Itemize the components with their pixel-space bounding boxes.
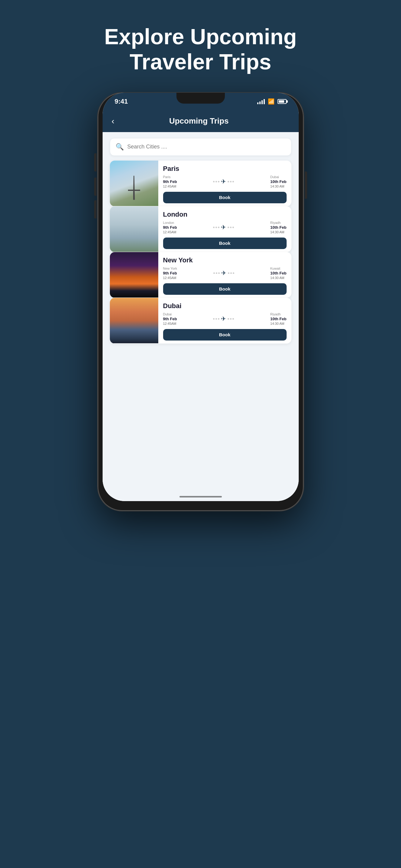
dot-6 bbox=[232, 181, 234, 182]
plane-icon: ✈ bbox=[221, 315, 226, 322]
search-input[interactable] bbox=[127, 144, 286, 150]
card-info: New York New York 9th Feb 12:45AM ✈ bbox=[158, 252, 292, 298]
city-name: London bbox=[163, 211, 287, 218]
route-from: Dubai 9th Feb 12:45AM bbox=[163, 312, 177, 326]
city-image bbox=[110, 161, 158, 206]
dot-1 bbox=[213, 227, 214, 228]
dot-4 bbox=[228, 272, 229, 274]
route-from: Paris 9th Feb 12:45AM bbox=[163, 175, 177, 188]
card-info: Dubai Dubai 9th Feb 12:45AM ✈ bbox=[158, 298, 292, 344]
city-name: Dubai bbox=[163, 302, 287, 310]
card-info: London London 9th Feb 12:45AM ✈ bbox=[158, 206, 292, 252]
dot-4 bbox=[228, 181, 229, 182]
route-to: Kuwait 10th Feb 14:30 AM bbox=[270, 267, 286, 280]
from-time: 12:45AM bbox=[163, 276, 177, 280]
page-headline: Explore Upcoming Traveler Trips bbox=[104, 24, 297, 74]
route-to: Riyadh 10th Feb 14:30 AM bbox=[270, 312, 286, 326]
dot-2 bbox=[215, 227, 217, 228]
dot-4 bbox=[228, 227, 229, 228]
signal-bars-icon bbox=[257, 99, 265, 104]
flight-route: Dubai 9th Feb 12:45AM ✈ bbox=[163, 312, 287, 326]
to-city-label: Kuwait bbox=[270, 267, 286, 270]
to-time: 14:30 AM bbox=[270, 276, 286, 280]
city-image bbox=[110, 252, 158, 298]
flight-route: Paris 9th Feb 12:45AM ✈ bbox=[163, 175, 287, 188]
wifi-icon: 📶 bbox=[268, 98, 274, 105]
battery-icon bbox=[277, 99, 287, 104]
to-city-label: Riyadh bbox=[270, 221, 286, 224]
flight-line: ✈ bbox=[177, 224, 270, 231]
flight-route: London 9th Feb 12:45AM ✈ bbox=[163, 221, 287, 234]
to-date: 10th Feb bbox=[270, 271, 286, 275]
phone-shell: 9:41 📶 ‹ Upcoming Trips 🔍 bbox=[98, 93, 304, 511]
book-button[interactable]: Book bbox=[163, 329, 287, 341]
trip-card: New York New York 9th Feb 12:45AM ✈ bbox=[110, 252, 292, 298]
from-date: 9th Feb bbox=[163, 317, 177, 321]
card-inner: Paris Paris 9th Feb 12:45AM ✈ bbox=[110, 161, 292, 206]
from-date: 9th Feb bbox=[163, 225, 177, 230]
flight-route: New York 9th Feb 12:45AM ✈ bbox=[163, 267, 287, 280]
trip-cards-list: Paris Paris 9th Feb 12:45AM ✈ bbox=[110, 161, 292, 344]
img-london-bg bbox=[110, 206, 158, 252]
city-image bbox=[110, 298, 158, 343]
from-time: 12:45AM bbox=[163, 322, 177, 326]
search-bar[interactable]: 🔍 bbox=[110, 138, 292, 156]
dot-3 bbox=[218, 272, 220, 274]
to-time: 14:30 AM bbox=[270, 230, 286, 234]
status-bar: 9:41 📶 bbox=[103, 93, 299, 110]
img-dubai-bg bbox=[110, 298, 158, 343]
plane-icon: ✈ bbox=[221, 224, 226, 231]
dot-6 bbox=[232, 318, 234, 320]
to-date: 10th Feb bbox=[270, 179, 286, 184]
book-button[interactable]: Book bbox=[163, 283, 287, 295]
to-city-label: Dubai bbox=[270, 175, 286, 179]
img-newyork-bg bbox=[110, 252, 158, 298]
to-date: 10th Feb bbox=[270, 317, 286, 321]
trip-card: London London 9th Feb 12:45AM ✈ bbox=[110, 206, 292, 252]
to-date: 10th Feb bbox=[270, 225, 286, 230]
dot-6 bbox=[232, 227, 234, 228]
flight-line: ✈ bbox=[177, 269, 270, 277]
dot-5 bbox=[230, 272, 232, 274]
trip-card: Paris Paris 9th Feb 12:45AM ✈ bbox=[110, 161, 292, 206]
book-button[interactable]: Book bbox=[163, 238, 287, 249]
status-time: 9:41 bbox=[115, 98, 128, 105]
dot-1 bbox=[213, 272, 215, 274]
screen: 9:41 📶 ‹ Upcoming Trips 🔍 bbox=[103, 93, 299, 501]
plane-icon: ✈ bbox=[221, 269, 226, 277]
flight-line: ✈ bbox=[177, 315, 270, 322]
card-inner: London London 9th Feb 12:45AM ✈ bbox=[110, 206, 292, 252]
to-city-label: Riyadh bbox=[270, 312, 286, 316]
to-time: 14:30 AM bbox=[270, 322, 286, 326]
content-area: 🔍 Paris Paris 9th Feb 12:45AM bbox=[103, 132, 299, 501]
book-button[interactable]: Book bbox=[163, 192, 287, 203]
screen-title: Upcoming Trips bbox=[121, 116, 277, 126]
dot-5 bbox=[230, 227, 232, 228]
city-name: New York bbox=[163, 256, 287, 264]
city-image bbox=[110, 206, 158, 252]
notch bbox=[176, 93, 225, 104]
plane-icon: ✈ bbox=[221, 178, 226, 185]
dot-3 bbox=[218, 227, 220, 228]
trip-card: Dubai Dubai 9th Feb 12:45AM ✈ bbox=[110, 298, 292, 344]
status-icons: 📶 bbox=[257, 98, 287, 105]
back-button[interactable]: ‹ bbox=[112, 116, 114, 126]
from-city-label: Dubai bbox=[163, 312, 177, 316]
card-inner: Dubai Dubai 9th Feb 12:45AM ✈ bbox=[110, 298, 292, 344]
from-city-label: London bbox=[163, 221, 177, 224]
dot-3 bbox=[218, 181, 220, 182]
dot-1 bbox=[213, 318, 214, 320]
home-indicator bbox=[179, 496, 222, 497]
from-time: 12:45AM bbox=[163, 230, 177, 234]
dot-5 bbox=[230, 318, 232, 320]
dot-2 bbox=[215, 318, 217, 320]
card-info: Paris Paris 9th Feb 12:45AM ✈ bbox=[158, 161, 292, 206]
dot-1 bbox=[213, 181, 214, 182]
from-time: 12:45AM bbox=[163, 185, 177, 188]
flight-line: ✈ bbox=[177, 178, 270, 185]
dot-6 bbox=[233, 272, 234, 274]
route-from: New York 9th Feb 12:45AM bbox=[163, 267, 177, 280]
from-city-label: New York bbox=[163, 267, 177, 270]
search-icon: 🔍 bbox=[115, 143, 124, 151]
dot-2 bbox=[215, 181, 217, 182]
